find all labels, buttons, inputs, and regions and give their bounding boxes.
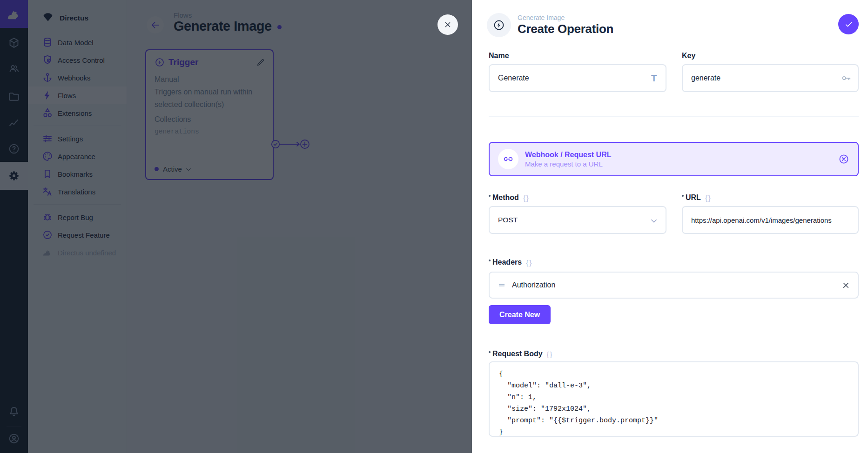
request-body-field-label: Request Body {} xyxy=(489,349,859,359)
create-operation-drawer: Generate Image Create Operation Name T K… xyxy=(472,0,868,453)
required-dot xyxy=(489,351,491,353)
raw-value-braces-icon[interactable]: {} xyxy=(547,350,553,358)
method-select[interactable]: POST xyxy=(489,206,666,234)
drag-handle-icon[interactable] xyxy=(497,280,506,290)
create-new-button[interactable]: Create New xyxy=(489,305,551,324)
headers-field-label: Headers {} xyxy=(489,258,859,267)
close-drawer-button[interactable] xyxy=(437,14,458,35)
key-icon xyxy=(841,73,852,84)
webhook-card-title: Webhook / Request URL xyxy=(525,151,612,159)
key-input[interactable] xyxy=(682,64,859,92)
section-divider xyxy=(489,116,859,117)
url-field-label: URL {} xyxy=(682,193,859,202)
close-icon xyxy=(443,20,452,29)
webhook-request-url-card[interactable]: Webhook / Request URL Make a request to … xyxy=(489,142,859,176)
url-input[interactable] xyxy=(682,206,859,234)
header-row-value[interactable]: Authorization xyxy=(512,281,841,289)
required-dot xyxy=(489,195,491,197)
title-formatter-icon: T xyxy=(648,73,659,84)
overlay-scrim[interactable] xyxy=(0,0,472,453)
request-body-editor[interactable]: { "model": "dall-e-3", "n": 1, "size": "… xyxy=(489,361,859,437)
raw-value-braces-icon[interactable]: {} xyxy=(705,194,712,202)
header-row[interactable]: Authorization xyxy=(489,272,859,299)
required-dot xyxy=(682,195,684,197)
save-operation-button[interactable] xyxy=(838,14,859,34)
request-body-code[interactable]: { "model": "dall-e-3", "n": 1, "size": "… xyxy=(499,368,848,437)
operation-bolt-circle-icon xyxy=(487,13,511,37)
name-field-label: Name xyxy=(489,51,666,60)
webhook-card-subtitle: Make a request to a URL xyxy=(525,160,612,168)
app: Directus Data Model Access Control Webho… xyxy=(0,0,868,453)
drawer-title: Create Operation xyxy=(518,22,613,36)
method-value: POST xyxy=(498,216,518,224)
drawer-supertitle: Generate Image xyxy=(518,14,613,21)
deselect-circle-x-icon[interactable] xyxy=(838,153,849,165)
method-field-label: Method {} xyxy=(489,193,666,202)
link-icon xyxy=(498,149,518,169)
key-field-label: Key xyxy=(682,51,859,60)
raw-value-braces-icon[interactable]: {} xyxy=(523,194,530,202)
chevron-down-icon xyxy=(649,216,659,226)
required-dot xyxy=(489,260,491,261)
check-icon xyxy=(844,20,854,29)
name-input[interactable] xyxy=(489,64,666,92)
raw-value-braces-icon[interactable]: {} xyxy=(526,259,532,266)
remove-header-x-icon[interactable] xyxy=(841,281,850,290)
